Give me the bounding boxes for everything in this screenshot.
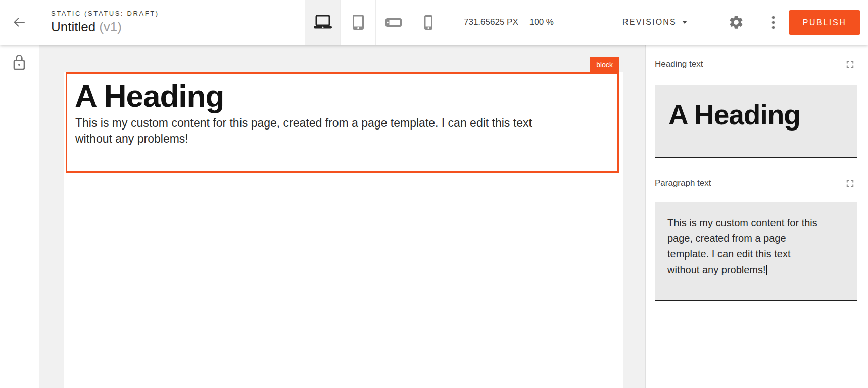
selected-content-block[interactable]: block A Heading This is my custom conten… xyxy=(66,72,619,173)
viewport-readouts: 731.65625 PX 100 % xyxy=(464,0,554,45)
page-editor-app: STATIC (STATUS: DRAFT) Untitled(v1) xyxy=(0,0,868,388)
paragraph-text-input[interactable]: This is my custom content for this page,… xyxy=(655,202,857,301)
heading-text-input[interactable]: A Heading xyxy=(655,85,857,158)
arrow-left-icon xyxy=(12,15,27,30)
settings-button[interactable] xyxy=(726,0,746,45)
paragraph-expand-button[interactable] xyxy=(844,177,856,189)
lock-button[interactable] xyxy=(11,53,27,71)
content-inspector-panel: Heading text A Heading Paragraph text xyxy=(645,45,868,388)
device-desktop-button[interactable] xyxy=(305,0,340,45)
page-version: (v1) xyxy=(99,19,122,34)
device-tablet-landscape-button[interactable] xyxy=(375,0,411,45)
toolbar-divider xyxy=(573,0,573,45)
tablet-landscape-icon xyxy=(385,18,402,27)
laptop-icon xyxy=(313,15,332,30)
paragraph-input-value: This is my custom content for this page,… xyxy=(655,202,817,278)
viewport-width-readout: 731.65625 PX xyxy=(464,17,518,27)
page-title-group: STATIC (STATUS: DRAFT) Untitled(v1) xyxy=(51,0,159,45)
heading-expand-button[interactable] xyxy=(844,58,856,70)
tablet-portrait-icon xyxy=(352,14,364,30)
more-options-button[interactable] xyxy=(765,0,781,45)
device-phone-button[interactable] xyxy=(411,0,446,45)
publish-button[interactable]: PUBLISH xyxy=(789,10,860,35)
caret-down-icon xyxy=(682,21,687,24)
paragraph-field-header: Paragraph text xyxy=(646,177,868,189)
heading-field-label: Heading text xyxy=(655,59,703,69)
text-cursor xyxy=(766,265,767,275)
toolbar-divider xyxy=(713,0,713,45)
block-heading: A Heading xyxy=(67,74,617,112)
back-button[interactable] xyxy=(0,0,38,45)
zoom-level-readout: 100 % xyxy=(529,17,554,27)
gear-icon xyxy=(728,14,744,30)
heading-input-value: A Heading xyxy=(655,85,857,131)
heading-field-header: Heading text xyxy=(646,58,868,70)
block-badge: block xyxy=(590,57,619,72)
fullscreen-corners-icon xyxy=(844,59,856,70)
page-status: STATIC (STATUS: DRAFT) xyxy=(51,10,159,17)
revisions-dropdown[interactable]: REVISIONS xyxy=(622,0,687,45)
phone-icon xyxy=(424,15,433,30)
kebab-menu-icon xyxy=(771,16,775,29)
top-toolbar: STATIC (STATUS: DRAFT) Untitled(v1) xyxy=(0,0,868,45)
device-tablet-portrait-button[interactable] xyxy=(340,0,375,45)
fullscreen-corners-icon xyxy=(844,178,856,189)
left-sidebar xyxy=(0,45,38,388)
padlock-icon xyxy=(11,53,27,71)
preview-canvas: block A Heading This is my custom conten… xyxy=(39,45,645,388)
device-preview-switcher xyxy=(305,0,446,45)
paragraph-field-label: Paragraph text xyxy=(655,178,711,188)
block-paragraph: This is my custom content for this page,… xyxy=(67,112,555,146)
page-title: Untitled(v1) xyxy=(51,19,159,35)
